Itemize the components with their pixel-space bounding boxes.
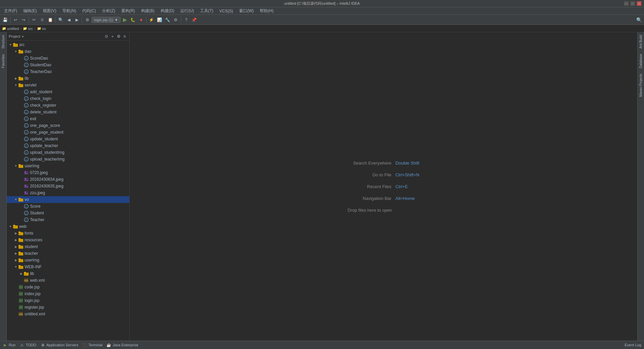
tree-item-check_login[interactable]: Ccheck_login (7, 95, 129, 102)
tree-item-servlet[interactable]: ▼servlet (7, 82, 129, 89)
sidebar-sync-btn[interactable]: ⊙ (104, 34, 109, 39)
tree-item-code.jsp[interactable]: JSPcode.jsp (7, 284, 129, 290)
tree-item-check_register[interactable]: Ccheck_register (7, 102, 129, 109)
tree-item-0720.jpeg[interactable]: 0720.jpeg (7, 169, 129, 176)
edge-tab-structure[interactable]: Structure (1, 32, 6, 51)
status-app-servers[interactable]: 🖥 Application Servers (40, 343, 78, 347)
menu-item-n[interactable]: 导航(N) (60, 7, 79, 14)
toolbar-more1[interactable]: ⚡ (148, 16, 155, 24)
menu-item-u[interactable]: 运行(U) (178, 7, 197, 14)
close-button[interactable]: ✕ (637, 1, 641, 6)
tree-item-20162430635.jpeg[interactable]: 20162430635.jpeg (7, 183, 129, 189)
toolbar-nav-back[interactable]: ◀ (65, 16, 72, 24)
toolbar-nav-fwd[interactable]: ▶ (73, 16, 80, 24)
menu-item-e[interactable]: 编辑(E) (21, 7, 39, 14)
toolbar-cut[interactable]: ✂ (30, 16, 38, 24)
status-run[interactable]: ▶ Run (3, 343, 15, 347)
tree-arrow-check_login (19, 96, 24, 101)
tree-item-userImg2[interactable]: ▶userImg (7, 257, 129, 264)
toolbar-copy[interactable]: ⎘ (38, 16, 46, 24)
toolbar-redo[interactable]: ↪ (20, 16, 27, 24)
tree-item-ScoreDao[interactable]: CScoreDao (7, 55, 129, 62)
toolbar-run-button[interactable]: ▶ (121, 16, 129, 24)
status-event-log[interactable]: Event Log (624, 343, 641, 347)
tree-item-update_teacher[interactable]: Cupdate_teacher (7, 142, 129, 149)
tree-item-Score[interactable]: CScore (7, 203, 129, 210)
tree-item-upload_teacherImg[interactable]: Cupload_teacherImg (7, 156, 129, 163)
menu-item-z[interactable]: 分析(Z) (99, 7, 118, 14)
sidebar-settings-btn[interactable]: ⚙ (116, 34, 121, 39)
tree-item-src[interactable]: ▼src (7, 41, 129, 48)
tree-item-web.xml[interactable]: XMLweb.xml (7, 277, 129, 284)
tree-item-dao[interactable]: ▼dao (7, 48, 129, 55)
edge-tab-maven[interactable]: Maven Projects (638, 71, 643, 100)
sidebar-add-btn[interactable]: ＋ (110, 34, 115, 39)
tree-item-20162430634.jpeg[interactable]: 20162430634.jpeg (7, 176, 129, 183)
toolbar-stop-button[interactable]: ■ (137, 16, 145, 24)
toolbar-more3[interactable]: 🔧 (164, 16, 171, 24)
menu-item-r[interactable]: 重构(R) (119, 7, 138, 14)
tree-item-teacher-folder[interactable]: ▶teacher (7, 250, 129, 257)
nav-crumb-untitled[interactable]: 📁 untitled (2, 27, 19, 31)
tree-item-WEB-INF[interactable]: ▼WEB-INF (7, 264, 129, 270)
tree-item-one_page_score[interactable]: Cone_page_score (7, 122, 129, 129)
toolbar-help[interactable]: ? (183, 16, 190, 24)
toolbar-more4[interactable]: ⚙ (172, 16, 180, 24)
menu-item-c[interactable]: 代码(C) (79, 7, 99, 14)
toolbar-run-config[interactable]: ⚙ (84, 16, 91, 24)
tree-item-web[interactable]: ▼web (7, 223, 129, 230)
maximize-button[interactable]: □ (631, 1, 635, 6)
toolbar-paste[interactable]: 📋 (46, 16, 54, 24)
tree-item-resources[interactable]: ▶resources (7, 237, 129, 243)
edge-tab-ant-build[interactable]: Ant Build (638, 32, 643, 51)
toolbar-search-button[interactable]: 🔍 (635, 16, 643, 24)
menu-item-v[interactable]: 视图(V) (40, 7, 59, 14)
toolbar-more5[interactable]: 📌 (191, 16, 198, 24)
tree-item-Teacher[interactable]: CTeacher (7, 216, 129, 223)
tree-item-untitled.xml[interactable]: XMLuntitled.xml (7, 311, 129, 317)
menu-item-h[interactable]: 帮助(H) (257, 7, 276, 14)
tree-item-Student[interactable]: CStudent (7, 210, 129, 216)
tree-item-login.jsp[interactable]: JSPlogin.jsp (7, 297, 129, 304)
tree-item-vo[interactable]: ▼vo (7, 196, 129, 203)
tree-item-delete_student[interactable]: Cdelete_student (7, 109, 129, 115)
tree-item-register.jsp[interactable]: JSPregister.jsp (7, 304, 129, 311)
tree-item-add_student[interactable]: Cadd_student (7, 89, 129, 95)
sidebar-collapse-btn[interactable]: ≡ (122, 34, 127, 39)
toolbar-debug-button[interactable]: 🐛 (129, 16, 137, 24)
toolbar-undo[interactable]: ↩ (12, 16, 19, 24)
tree-item-student[interactable]: ▶student (7, 243, 129, 250)
tree-item-index.jsp[interactable]: JSPindex.jsp (7, 290, 129, 297)
tree-item-StudentDao[interactable]: CStudentDao (7, 62, 129, 68)
menu-item-b[interactable]: 构建(B) (138, 7, 157, 14)
editor-area[interactable]: Search Everywhere Double Shift Go to Fil… (130, 32, 637, 341)
minimize-button[interactable]: — (624, 1, 629, 6)
menu-item-f[interactable]: 文件(F) (1, 7, 20, 14)
tree-item-exit[interactable]: Cexit (7, 115, 129, 122)
menu-item-vcss[interactable]: VCS(S) (217, 8, 236, 14)
tree-item-lib[interactable]: ▶lib (7, 75, 129, 82)
toolbar-save[interactable]: 💾 (1, 16, 9, 24)
tree-item-upload_studentImg[interactable]: Cupload_studentImg (7, 149, 129, 156)
nav-crumb-vo[interactable]: 📁 vo (37, 27, 46, 31)
nav-crumb-src[interactable]: 📁 src (23, 27, 33, 31)
tree-item-userImg[interactable]: ▼userImg (7, 163, 129, 169)
status-terminal[interactable]: ⬛ Terminal (83, 343, 103, 347)
toolbar-more2[interactable]: 📊 (156, 16, 163, 24)
tree-item-TeacherDao[interactable]: CTeacherDao (7, 68, 129, 75)
toolbar-file-dropdown[interactable]: login.jsp (1) ▼ (92, 17, 121, 23)
tree-item-zzu.jpeg[interactable]: zzu.jpeg (7, 189, 129, 196)
menu-item-t[interactable]: 工具(T) (197, 7, 216, 14)
sidebar-dropdown-icon[interactable]: ▼ (21, 35, 24, 38)
edge-tab-database[interactable]: Database (638, 51, 643, 71)
status-java-enterprise[interactable]: ☕ Java Enterprise (106, 343, 138, 347)
menu-item-d[interactable]: 构建(D) (158, 7, 177, 14)
toolbar-find[interactable]: 🔍 (57, 16, 64, 24)
tree-item-one_page_student[interactable]: Cone_page_student (7, 129, 129, 136)
tree-item-lib2[interactable]: ▶lib (7, 270, 129, 277)
menu-item-w[interactable]: 窗口(W) (236, 7, 256, 14)
tree-item-fonts[interactable]: ▶fonts (7, 230, 129, 237)
status-todo[interactable]: ⚠ TODO (20, 343, 36, 347)
edge-tab-favorites[interactable]: Favorites (1, 51, 6, 71)
tree-item-update_student[interactable]: Cupdate_student (7, 136, 129, 142)
